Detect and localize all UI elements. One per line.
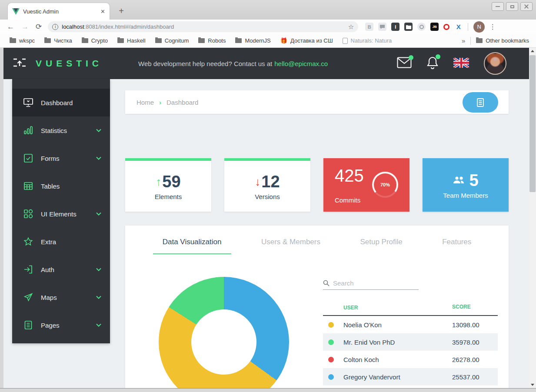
stat-value: 59	[162, 173, 180, 191]
notifications-button[interactable]	[426, 56, 439, 71]
url-host: localhost	[62, 23, 84, 30]
sidebar-item-ui-elements[interactable]: UI Elements	[12, 200, 110, 228]
folder-icon	[198, 38, 205, 43]
sidebar-item-label: Forms	[41, 155, 96, 162]
forward-button[interactable]: →	[21, 23, 29, 31]
user-avatar[interactable]	[484, 52, 506, 75]
sidebar-item-dashboard[interactable]: Dashboard	[12, 89, 110, 116]
browser-profile-avatar[interactable]: N	[473, 21, 485, 33]
folder-icon	[155, 38, 162, 43]
extension-icon-chat[interactable]	[378, 23, 386, 31]
site-info-icon[interactable]: i	[52, 24, 58, 30]
sidebar-toggle-button[interactable]	[13, 58, 26, 69]
help-text: Web development help needed? Contact us …	[138, 60, 272, 67]
notification-badge	[409, 55, 413, 60]
address-bar[interactable]: i localhost:8081/index.html#/admin/dashb…	[48, 21, 358, 32]
breadcrumb-home[interactable]: Home	[136, 99, 154, 106]
sidebar-item-auth[interactable]: Auth	[12, 256, 110, 283]
extension-icon-opera[interactable]	[443, 24, 449, 30]
browser-window: Vuestic Admin ✕ + ← → ⟳ i localhost:8081…	[0, 0, 536, 392]
sidebar-item-label: Auth	[41, 266, 96, 273]
bookmark-label: wkspc	[19, 37, 35, 44]
dashboard-icon	[23, 98, 34, 107]
stat-card-versions: ↓ 12 Versions	[224, 158, 310, 212]
bookmark-item[interactable]: Robots	[198, 37, 226, 44]
extension-icon-jetbrains[interactable]: JB	[430, 23, 439, 31]
bookmark-star-icon[interactable]: ☆	[348, 23, 354, 31]
tab-data-visualization[interactable]: Data Visualization	[153, 238, 231, 254]
new-tab-button[interactable]: +	[116, 5, 127, 17]
breadcrumb-card: Home › Dashboard	[125, 90, 509, 114]
folder-icon	[476, 38, 483, 43]
bookmark-item[interactable]: Чистка	[44, 37, 72, 44]
user-score: 25537.00	[452, 373, 479, 381]
back-button[interactable]: ←	[7, 23, 14, 31]
search-input[interactable]	[333, 279, 411, 287]
bookmark-item[interactable]: ModernJS	[235, 37, 270, 44]
bookmark-label: Naturals: Natura	[351, 37, 392, 44]
scroll-up-icon[interactable]	[529, 48, 536, 54]
extension-icon-circle[interactable]	[417, 23, 426, 31]
sidebar-item-label: Pages	[41, 322, 96, 329]
menu-collapse-icon	[13, 58, 26, 67]
extension-icon-xdebug[interactable]: X	[454, 23, 463, 31]
tab-setup-profile[interactable]: Setup Profile	[350, 238, 412, 254]
folder-icon	[10, 38, 16, 43]
tab-close-icon[interactable]: ✕	[100, 8, 105, 15]
scroll-down-icon[interactable]	[529, 382, 536, 388]
tab-features[interactable]: Features	[433, 238, 481, 254]
table-row[interactable]: Gregory Vandervort 25537.00	[323, 368, 498, 385]
stat-cards: ↑ 59 Elements ↓ 12 Versions 425 Commits	[125, 158, 509, 212]
table-row[interactable]: Mr. Enid Von PhD 35978.00	[323, 333, 498, 351]
sidebar-item-tables[interactable]: Tables	[12, 172, 110, 200]
chevron-down-icon	[96, 156, 101, 160]
table-row[interactable]: Colton Koch 26278.00	[323, 351, 498, 368]
bookmark-item[interactable]: Naturals: Natura	[343, 37, 392, 44]
minimize-button[interactable]	[492, 2, 504, 11]
bookmark-item[interactable]: 🎁Доставка из СШ	[280, 37, 333, 44]
stat-value: 425	[335, 166, 364, 186]
bookmark-item[interactable]: Cognitum	[155, 37, 189, 44]
report-button[interactable]	[463, 92, 498, 113]
tab-users-members[interactable]: Users & Members	[252, 238, 330, 254]
bookmark-item[interactable]: Crypto	[82, 37, 108, 44]
stat-card-elements: ↑ 59 Elements	[125, 158, 211, 212]
stat-label: Team Members	[443, 192, 488, 199]
help-email-link[interactable]: hello@epicmax.co	[274, 60, 328, 67]
browser-toolbar: ← → ⟳ i localhost:8081/index.html#/admin…	[0, 20, 536, 34]
folder-icon	[44, 38, 51, 43]
table-row[interactable]: Noelia O'Kon 13098.00	[323, 316, 498, 333]
scrollbar-thumb[interactable]	[529, 55, 536, 192]
browser-tab[interactable]: Vuestic Admin ✕	[8, 3, 110, 20]
sidebar-item-pages[interactable]: Pages	[12, 311, 110, 339]
sidebar-item-label: Statistics	[41, 127, 96, 134]
messages-button[interactable]	[397, 57, 412, 70]
sidebar: Dashboard Statistics Forms	[12, 79, 110, 343]
extension-icon-folder[interactable]	[404, 23, 413, 31]
folder-icon	[117, 38, 124, 43]
sidebar-item-label: Tables	[41, 183, 101, 190]
maximize-button[interactable]	[506, 2, 518, 11]
sidebar-item-forms[interactable]: Forms	[12, 144, 110, 172]
close-button[interactable]	[520, 2, 533, 11]
star-icon	[23, 237, 34, 246]
other-bookmarks[interactable]: Other bookmarks	[476, 37, 529, 44]
table-header-user[interactable]: USER	[343, 305, 358, 311]
sidebar-item-extra[interactable]: Extra	[12, 228, 110, 256]
maximize-icon	[510, 5, 514, 8]
extension-icon-i[interactable]: I	[391, 23, 400, 31]
table-header-score[interactable]: SCORE	[452, 304, 471, 310]
page-scrollbar[interactable]	[529, 48, 536, 388]
reload-button[interactable]: ⟳	[36, 22, 42, 31]
tab-bar: Data Visualization Users & Members Setup…	[125, 226, 509, 254]
table-icon	[23, 181, 34, 191]
browser-menu-icon[interactable]: ⋮	[489, 23, 496, 31]
sidebar-item-statistics[interactable]: Statistics	[12, 116, 110, 144]
language-selector[interactable]	[453, 58, 469, 70]
sidebar-item-maps[interactable]: Maps	[12, 283, 110, 311]
bookmark-item[interactable]: wkspc	[10, 37, 35, 44]
bookmarks-overflow-icon[interactable]: »	[462, 37, 465, 44]
bookmark-item[interactable]: Haskell	[117, 37, 146, 44]
vuestic-logo[interactable]: VUESTIC	[36, 58, 103, 69]
extension-icon-b[interactable]: B	[365, 23, 373, 31]
